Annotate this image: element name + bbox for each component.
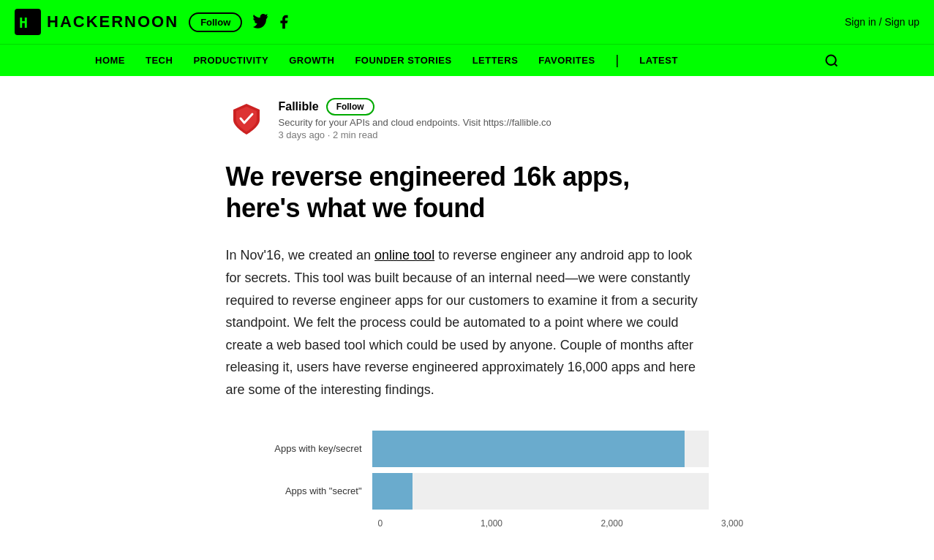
article-body: In Nov'16, we created an online tool to … (226, 244, 709, 401)
online-tool-link[interactable]: online tool (374, 248, 434, 262)
chart-bar-area-1 (372, 431, 709, 467)
body-text-after-link: to reverse engineer any android app to l… (226, 248, 698, 397)
social-icons (252, 14, 292, 30)
author-meta: 3 days ago · 2 min read (279, 129, 551, 140)
author-follow-button[interactable]: Follow (326, 98, 374, 116)
logo-area[interactable]: H HACKERNOON (15, 9, 178, 35)
chart-label-1: Apps with key/secret (226, 443, 372, 454)
author-name-row: Fallible Follow (279, 98, 551, 116)
chart-container: Apps with key/secret Apps with "secret" … (226, 431, 709, 529)
search-icon[interactable] (824, 53, 839, 68)
chart-label-2: Apps with "secret" (226, 485, 372, 496)
svg-point-2 (826, 55, 836, 64)
nav-home[interactable]: HOME (95, 55, 125, 66)
article-title: We reverse engineered 16k apps, here's w… (226, 161, 709, 224)
chart-bar-area-2 (372, 473, 709, 510)
chart-x-axis: 0 1,000 2,000 3,000 (383, 518, 709, 529)
chart-bar-1 (372, 431, 685, 467)
nav-favorites[interactable]: FAVORITES (538, 55, 595, 66)
article-content: Fallible Follow Security for your APIs a… (211, 76, 723, 529)
x-tick-1000: 1,000 (481, 518, 502, 529)
x-tick-3000: 3,000 (721, 518, 743, 529)
header-left: H HACKERNOON Follow (15, 9, 292, 35)
svg-text:H: H (19, 14, 28, 31)
svg-line-3 (835, 63, 837, 66)
site-header: H HACKERNOON Follow Sign in / Sign up (0, 0, 934, 44)
header-right: Sign in / Sign up (845, 16, 919, 28)
author-area: Fallible Follow Security for your APIs a… (226, 98, 709, 140)
x-tick-2000: 2,000 (601, 518, 623, 529)
signin-link[interactable]: Sign in / Sign up (845, 16, 919, 28)
nav-productivity[interactable]: PRODUCTIVITY (193, 55, 268, 66)
body-text-before-link: In Nov'16, we created an (226, 248, 375, 262)
main-nav: HOME TECH PRODUCTIVITY GROWTH FOUNDER ST… (0, 44, 934, 76)
facebook-icon[interactable] (276, 14, 292, 30)
header-follow-button[interactable]: Follow (189, 12, 242, 32)
nav-founder-stories[interactable]: FOUNDER STORIES (355, 55, 451, 66)
chart-bar-2 (372, 473, 413, 510)
nav-separator: | (616, 53, 619, 68)
logo-icon: H (15, 9, 41, 35)
nav-growth[interactable]: GROWTH (289, 55, 334, 66)
twitter-icon[interactable] (252, 14, 268, 30)
nav-latest[interactable]: LATEST (639, 55, 678, 66)
chart-inner: Apps with key/secret Apps with "secret" (226, 431, 709, 515)
chart-row-1: Apps with key/secret (226, 431, 709, 467)
chart-row-2: Apps with "secret" (226, 473, 709, 510)
author-description: Security for your APIs and cloud endpoin… (279, 117, 551, 128)
avatar (226, 98, 267, 139)
nav-tech[interactable]: TECH (146, 55, 173, 66)
author-name[interactable]: Fallible (279, 100, 319, 113)
nav-letters[interactable]: LETTERS (472, 55, 519, 66)
author-info: Fallible Follow Security for your APIs a… (279, 98, 551, 140)
logo-text: HACKERNOON (47, 12, 178, 31)
